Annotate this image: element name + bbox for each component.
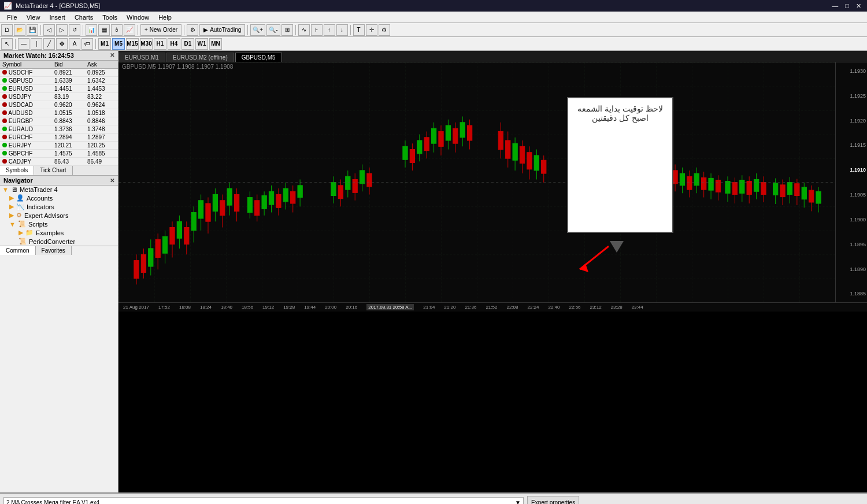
maximize-button[interactable]: □ — [843, 2, 851, 10]
market-watch-row[interactable]: USDJPY 83.19 83.22 — [0, 93, 118, 101]
nav-item-ea[interactable]: ▶ ⚙ Expert Advisors — [0, 211, 118, 220]
text-btn[interactable]: A — [69, 38, 80, 50]
menu-insert[interactable]: Insert — [45, 13, 70, 22]
indicators-btn[interactable]: ∿ — [298, 24, 310, 36]
tf-h4[interactable]: H4 — [168, 38, 180, 50]
bottom-panel: 2 MA Crosses Mega filter EA V1.ex4 ▼ Exp… — [0, 492, 867, 504]
cursor-btn[interactable]: ↖ — [1, 38, 13, 50]
mw-ask: 0.8925 — [85, 69, 118, 77]
close-button[interactable]: ✕ — [854, 2, 864, 10]
tab-tick-chart[interactable]: Tick Chart — [34, 166, 72, 175]
vline-btn[interactable]: | — [31, 38, 42, 50]
menu-charts[interactable]: Charts — [70, 13, 98, 22]
chart-main[interactable]: لاحظ توقيت بداية الشمعه اصبح كل دقيقتين — [118, 62, 835, 302]
bar-chart-btn[interactable]: ▦ — [98, 24, 110, 36]
options-btn[interactable]: ⚙ — [379, 24, 390, 36]
candle-btn[interactable]: 🕯 — [111, 24, 123, 36]
svg-rect-122 — [702, 177, 706, 190]
mw-bid: 0.8921 — [52, 69, 85, 77]
price-dir-indicator — [2, 159, 7, 164]
new-order-button[interactable]: + New Order — [140, 24, 181, 36]
market-watch-row[interactable]: AUDUSD 1.0515 1.0518 — [0, 109, 118, 117]
market-watch-row[interactable]: CADJPY 86.43 86.49 — [0, 158, 118, 166]
menu-tools[interactable]: Tools — [98, 13, 122, 22]
nav-item-accounts[interactable]: ▶ 👤 Accounts — [0, 194, 118, 202]
tf-w1[interactable]: W1 — [195, 38, 208, 50]
tf-d1[interactable]: D1 — [181, 38, 194, 50]
save-button[interactable]: 💾 — [27, 24, 38, 36]
market-watch-row[interactable]: USDCAD 0.9620 0.9624 — [0, 101, 118, 109]
market-watch-row[interactable]: EURJPY 120.21 120.25 — [0, 142, 118, 150]
tab-favorites[interactable]: Favorites — [36, 246, 72, 255]
nav-item-root[interactable]: ▼ 🖥 MetaTrader 4 — [0, 186, 118, 194]
arrow-dn-btn[interactable]: ↓ — [336, 24, 348, 36]
autotrading-button[interactable]: ▶ AutoTrading — [199, 24, 245, 36]
line-btn[interactable]: 📈 — [124, 24, 135, 36]
grid-btn[interactable]: ⊞ — [281, 24, 293, 36]
nav-root-label: MetaTrader 4 — [20, 186, 58, 193]
fwd-button[interactable]: ▷ — [56, 24, 68, 36]
menu-window[interactable]: Window — [122, 13, 154, 22]
market-watch-close[interactable]: ✕ — [110, 52, 114, 59]
chart-type-btn[interactable]: 📊 — [86, 24, 97, 36]
tf-m30[interactable]: M30 — [140, 38, 153, 50]
navigator-close[interactable]: ✕ — [110, 177, 114, 184]
new-button[interactable]: 🗋 — [1, 24, 13, 36]
market-watch-row[interactable]: EURAUD 1.3736 1.3748 — [0, 125, 118, 134]
price-dir-indicator — [2, 135, 7, 139]
chart-canvas[interactable]: GBPUSD,M5 1.1907 1.1908 1.1907 1.1908 — [118, 62, 867, 492]
tf-h1[interactable]: H1 — [154, 38, 166, 50]
label-btn[interactable]: 🏷 — [81, 38, 93, 50]
toolbar2: ↖ — | ╱ 𝚽 A 🏷 M1 M5 M15 M30 H1 H4 D1 W1 … — [0, 37, 867, 51]
ea-on-btn[interactable]: ⚙ — [187, 24, 198, 36]
svg-rect-77 — [460, 123, 465, 138]
market-watch-row[interactable]: GBPUSD 1.6339 1.6342 — [0, 77, 118, 85]
svg-rect-152 — [816, 191, 821, 203]
menu-file[interactable]: File — [2, 13, 22, 22]
svg-rect-146 — [795, 184, 799, 196]
title-bar-right[interactable]: — □ ✕ — [829, 2, 864, 10]
nav-item-scripts[interactable]: ▼ 📜 Scripts — [0, 220, 118, 228]
tf-m1[interactable]: M1 — [98, 38, 111, 50]
tf-mn[interactable]: MN — [209, 38, 222, 50]
template-btn[interactable]: T — [353, 24, 365, 36]
time-7: 19:12 — [262, 305, 274, 310]
chart-tab-eurusd-m1[interactable]: EURUSD,M1 — [118, 53, 165, 62]
nav-item-indicators[interactable]: ▶ 📉 Indicators — [0, 202, 118, 211]
chart-tab-gbpusd-m5[interactable]: GBPUSD,M5 — [235, 53, 282, 62]
period-sep-btn[interactable]: ⊦ — [311, 24, 323, 36]
mw-ask: 1.2897 — [85, 134, 118, 142]
chart-tab-eurusd-m2[interactable]: EURUSD,M2 (offline) — [166, 53, 234, 62]
price-4: 1.1915 — [837, 142, 866, 148]
open-button[interactable]: 📂 — [14, 24, 25, 36]
tab-common[interactable]: Common — [0, 246, 36, 255]
arrow-up-btn[interactable]: ↑ — [324, 24, 335, 36]
menu-view[interactable]: View — [22, 13, 45, 22]
market-watch-row[interactable]: EURCHF 1.2894 1.2897 — [0, 134, 118, 142]
tf-m15[interactable]: M15 — [126, 38, 139, 50]
ea-selector-dropdown[interactable]: 2 MA Crosses Mega filter EA V1.ex4 ▼ — [3, 497, 524, 504]
svg-rect-73 — [446, 125, 450, 140]
trendline-btn[interactable]: ╱ — [43, 38, 55, 50]
svg-rect-89 — [527, 153, 532, 169]
nav-item-period-converter[interactable]: 📜 PeriodConverter — [0, 237, 118, 246]
market-watch-row[interactable]: EURGBP 0.8843 0.8846 — [0, 117, 118, 125]
zoom-in-btn[interactable]: 🔍+ — [250, 24, 265, 36]
nav-item-examples[interactable]: ▶ 📁 Examples — [0, 228, 118, 237]
fib-btn[interactable]: 𝚽 — [56, 38, 68, 50]
minimize-button[interactable]: — — [829, 2, 840, 10]
expert-properties-btn[interactable]: Expert properties — [527, 496, 579, 504]
window-title: MetaTrader 4 - [GBPUSD,M5] — [16, 2, 100, 9]
back-button[interactable]: ◁ — [43, 24, 55, 36]
refresh-button[interactable]: ↺ — [69, 24, 80, 36]
crosshair-btn[interactable]: ✛ — [366, 24, 377, 36]
tab-symbols[interactable]: Symbols — [0, 166, 34, 175]
market-watch-row[interactable]: USDCHF 0.8921 0.8925 — [0, 69, 118, 77]
zoom-out-btn[interactable]: 🔍- — [266, 24, 280, 36]
hline-btn[interactable]: — — [18, 38, 29, 50]
svg-rect-138 — [761, 183, 766, 195]
market-watch-row[interactable]: GBPCHF 1.4575 1.4585 — [0, 150, 118, 158]
market-watch-row[interactable]: EURUSD 1.4451 1.4453 — [0, 85, 118, 93]
menu-help[interactable]: Help — [154, 13, 176, 22]
tf-m5[interactable]: M5 — [112, 38, 125, 50]
